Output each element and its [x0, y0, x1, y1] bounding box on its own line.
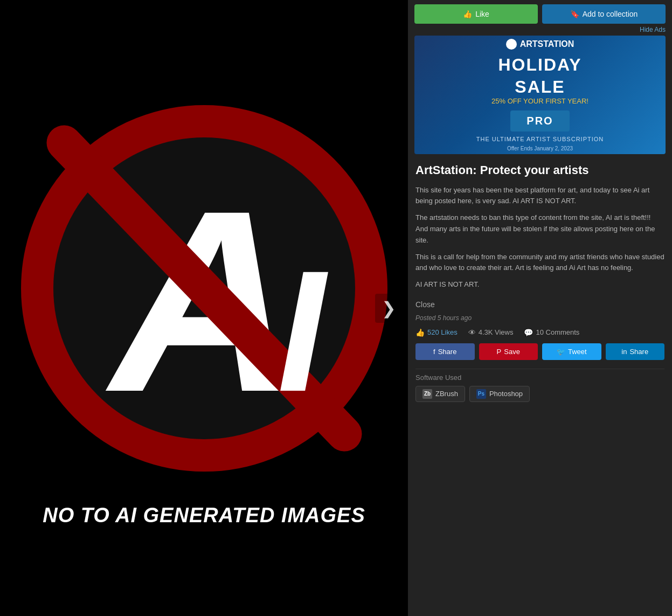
views-icon: 👁 — [468, 328, 476, 337]
facebook-share-button[interactable]: f Share — [415, 343, 475, 360]
comments-stat[interactable]: 💬 10 Comments — [524, 328, 579, 337]
photoshop-label: Photoshop — [489, 390, 523, 398]
ad-holiday-text: HOLIDAY — [498, 55, 581, 75]
linkedin-share-button[interactable]: in Share — [606, 343, 665, 360]
zbrush-tag[interactable]: Zb ZBrush — [415, 386, 465, 402]
photoshop-tag[interactable]: Ps Photoshop — [469, 386, 530, 402]
software-tags: Zb ZBrush Ps Photoshop — [415, 386, 664, 402]
software-section: Software Used Zb ZBrush Ps Photoshop — [408, 369, 672, 411]
ad-offer: Offer Ends January 2, 2023 — [507, 146, 573, 151]
bookmark-icon: 🔖 — [570, 10, 579, 18]
ad-logo-text: ARTSTATION — [520, 39, 574, 49]
ad-pro-badge: PRO — [510, 110, 569, 131]
zbrush-icon: Zb — [422, 389, 432, 399]
zbrush-label: ZBrush — [435, 390, 458, 398]
like-button[interactable]: 👍 Like — [414, 4, 538, 24]
share-row: f Share P Save 🐦 Tweet in Share — [408, 343, 672, 369]
linkedin-icon: in — [621, 348, 627, 356]
action-row: 👍 Like 🔖 Add to collection — [408, 0, 672, 24]
post-body-4: AI ART IS NOT ART. — [415, 279, 664, 290]
post-body-3: This is a call for help from the communi… — [415, 252, 664, 274]
posted-time: Posted 5 hours ago — [415, 314, 472, 322]
software-label: Software Used — [415, 373, 664, 382]
ad-banner[interactable]: ARTSTATION HOLIDAY SALE 25% OFF YOUR FIR… — [414, 36, 666, 154]
comments-count: 10 Comments — [536, 328, 579, 336]
description-section: ArtStation: Protect your artists This si… — [408, 154, 672, 300]
thumbs-up-icon: 👍 — [463, 10, 472, 18]
ad-off-text: 25% OFF YOUR FIRST YEAR! — [491, 97, 588, 105]
ad-subtitle: THE ULTIMATE ARTIST SUBSCRIPTION — [476, 136, 604, 142]
comments-icon: 💬 — [524, 328, 533, 337]
like-stat-icon: 👍 — [415, 328, 425, 337]
add-to-collection-button[interactable]: 🔖 Add to collection — [542, 4, 666, 24]
pinterest-save-button[interactable]: P Save — [479, 343, 538, 360]
post-body-1: This site for years has been the best pl… — [415, 185, 664, 207]
artstation-logo-icon — [506, 39, 517, 50]
artwork-image: A I NO TO AI GENERATED IMAGES — [16, 66, 393, 551]
likes-count: 520 Likes — [427, 328, 458, 336]
stats-row: 👍 520 Likes 👁 4.3K Views 💬 10 Comments — [408, 328, 672, 343]
post-title: ArtStation: Protect your artists — [415, 163, 664, 178]
facebook-icon: f — [433, 348, 435, 356]
likes-stat[interactable]: 👍 520 Likes — [415, 328, 458, 337]
views-count: 4.3K Views — [479, 328, 514, 336]
pinterest-icon: P — [497, 348, 502, 356]
ad-sale-text: SALE — [515, 77, 565, 97]
twitter-tweet-button[interactable]: 🐦 Tweet — [542, 343, 601, 360]
svg-text:I: I — [277, 234, 328, 427]
views-stat: 👁 4.3K Views — [468, 328, 514, 337]
right-panel: 👍 Like 🔖 Add to collection Hide Ads ARTS… — [408, 0, 672, 616]
artwork-container: A I NO TO AI GENERATED IMAGES ❯ — [0, 0, 408, 616]
close-link[interactable]: Close — [415, 300, 435, 309]
photoshop-icon: Ps — [476, 389, 486, 399]
next-button[interactable]: ❯ — [375, 294, 403, 323]
ad-logo: ARTSTATION — [506, 39, 574, 50]
tagline: NO TO AI GENERATED IMAGES — [43, 504, 365, 527]
left-panel: A I NO TO AI GENERATED IMAGES ❯ — [0, 0, 408, 616]
hide-ads-link[interactable]: Hide Ads — [408, 24, 672, 36]
twitter-icon: 🐦 — [557, 348, 565, 356]
post-body-2: The artstation needs to ban this type of… — [415, 212, 664, 246]
